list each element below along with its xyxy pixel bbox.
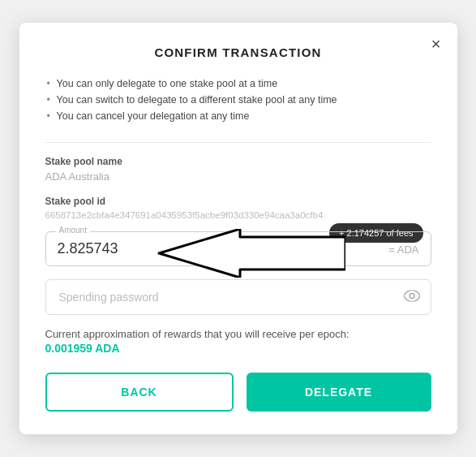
back-button[interactable]: BACK — [45, 373, 234, 412]
divider — [45, 142, 431, 143]
stake-pool-name-value: ADA Australia — [45, 170, 431, 183]
amount-value: 2.825743 — [58, 240, 118, 257]
info-list: You can only delegate to one stake pool … — [45, 75, 431, 124]
spending-password-input[interactable] — [45, 279, 431, 315]
amount-section: + 2.174257 of fees Amount 2.825743 = ADA — [45, 231, 431, 266]
rewards-label: Current approximation of rewards that yo… — [45, 328, 431, 340]
eye-icon[interactable] — [404, 289, 420, 306]
rewards-section: Current approximation of rewards that yo… — [45, 328, 431, 355]
stake-pool-id-label: Stake pool id — [45, 196, 431, 207]
modal-title: CONFIRM TRANSACTION — [45, 45, 431, 59]
amount-label: Amount — [56, 226, 90, 235]
stake-pool-name-label: Stake pool name — [45, 156, 431, 167]
password-section — [45, 279, 431, 315]
info-item-1: You can only delegate to one stake pool … — [45, 75, 431, 92]
rewards-value: 0.001959 ADA — [45, 342, 431, 355]
password-input-wrap — [45, 279, 431, 315]
amount-unit: = ADA — [388, 244, 418, 256]
amount-box: Amount 2.825743 = ADA — [45, 231, 431, 266]
close-button[interactable]: × — [431, 36, 441, 52]
stake-pool-id-value: 6658713e2cbfa4e347691a0435953f5acbe9f03d… — [45, 210, 431, 220]
info-item-2: You can switch to delegate to a differen… — [45, 92, 431, 108]
delegate-button[interactable]: DELEGATE — [247, 373, 431, 412]
confirm-transaction-modal: CONFIRM TRANSACTION × You can only deleg… — [19, 23, 457, 434]
button-row: BACK DELEGATE — [45, 373, 431, 412]
info-item-3: You can cancel your delegation at any ti… — [45, 108, 431, 124]
svg-point-1 — [410, 294, 414, 299]
